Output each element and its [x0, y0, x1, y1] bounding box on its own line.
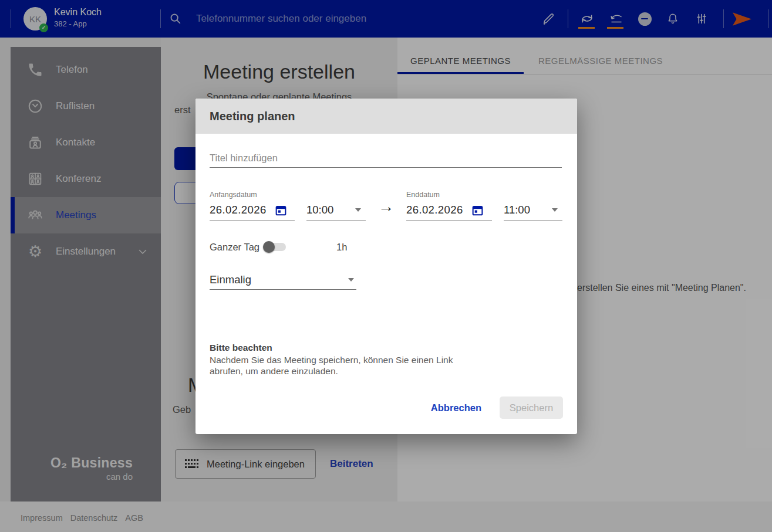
save-button[interactable]: Speichern [500, 397, 563, 419]
note-title: Bitte beachten [210, 343, 272, 353]
start-date-label: Anfangsdatum [210, 191, 257, 199]
end-date-value: 26.02.2026 [406, 204, 471, 216]
recurrence-select[interactable]: Einmalig [210, 270, 356, 290]
dialog-title: Meeting planen [210, 110, 295, 123]
calendar-icon[interactable] [274, 204, 288, 217]
end-time-select[interactable]: 11:00 [504, 199, 562, 221]
arrow-right-icon: → [378, 198, 394, 216]
note-text-line1: Nachdem Sie das Meeting speichern, könne… [210, 355, 453, 365]
title-input[interactable]: Titel hinzufügen [210, 149, 562, 168]
chevron-down-icon [355, 208, 361, 212]
end-time-value: 11:00 [504, 204, 530, 216]
calendar-icon[interactable] [471, 204, 484, 217]
toggle-knob [263, 241, 275, 253]
meeting-plan-dialog: Meeting planen Titel hinzufügen Anfangsd… [195, 99, 577, 434]
all-day-label: Ganzer Tag [210, 242, 259, 253]
title-input-placeholder: Titel hinzufügen [210, 153, 278, 164]
note-text-line2: abrufen, um andere einzuladen. [210, 366, 338, 377]
end-date-field[interactable]: 26.02.2026 [406, 199, 492, 221]
all-day-row: Ganzer Tag 1h [210, 238, 347, 256]
duration-value: 1h [336, 242, 347, 253]
end-date-label: Enddatum [406, 191, 440, 199]
chevron-down-icon [348, 278, 354, 282]
start-date-value: 26.02.2026 [210, 204, 274, 216]
start-time-value: 10:00 [306, 204, 333, 216]
chevron-down-icon [552, 208, 558, 212]
cancel-button[interactable]: Abbrechen [427, 397, 485, 419]
app-window: KK ✓ Kevin Koch 382 - App Telefonnummer … [0, 0, 772, 532]
start-date-field[interactable]: 26.02.2026 [210, 199, 295, 221]
all-day-toggle[interactable] [264, 243, 286, 251]
dialog-header: Meeting planen [195, 99, 577, 134]
recurrence-value: Einmalig [210, 273, 251, 286]
start-time-select[interactable]: 10:00 [306, 199, 366, 221]
